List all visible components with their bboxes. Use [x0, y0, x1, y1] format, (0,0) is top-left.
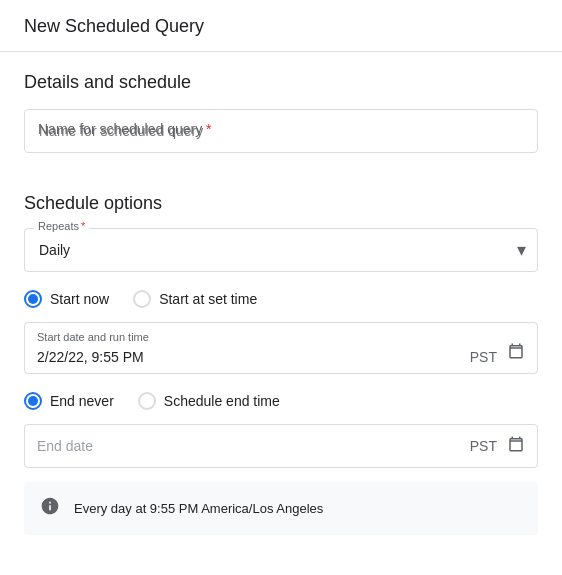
end-date-placeholder: End date: [37, 438, 470, 454]
repeats-required-star: *: [81, 220, 85, 232]
schedule-end-time-option[interactable]: Schedule end time: [138, 392, 280, 410]
page-title: New Scheduled Query: [24, 16, 538, 37]
repeats-select[interactable]: Daily Hourly Weekly Monthly Custom: [24, 228, 538, 272]
schedule-options-title: Schedule options: [24, 193, 538, 214]
details-section-title: Details and schedule: [24, 72, 538, 93]
details-section: Details and schedule Name for scheduled …: [0, 52, 562, 153]
end-never-label: End never: [50, 393, 114, 409]
end-date-timezone: PST: [470, 438, 497, 454]
start-at-set-time-option[interactable]: Start at set time: [133, 290, 257, 308]
page-container: New Scheduled Query Details and schedule…: [0, 0, 562, 535]
repeats-label: Repeats *: [34, 220, 89, 232]
start-at-time-radio[interactable]: [133, 290, 151, 308]
start-now-option[interactable]: Start now: [24, 290, 109, 308]
end-date-field[interactable]: End date PST: [24, 424, 538, 468]
start-now-radio[interactable]: [24, 290, 42, 308]
end-never-radio[interactable]: [24, 392, 42, 410]
schedule-end-time-radio[interactable]: [138, 392, 156, 410]
info-message: Every day at 9:55 PM America/Los Angeles: [74, 501, 323, 516]
start-at-time-label: Start at set time: [159, 291, 257, 307]
name-field-wrapper: Name for scheduled query *: [24, 109, 538, 153]
start-datetime-timezone: PST: [470, 349, 497, 365]
schedule-options-section: Schedule options Repeats * Daily Hourly …: [0, 173, 562, 468]
end-never-option[interactable]: End never: [24, 392, 114, 410]
name-input[interactable]: [24, 109, 538, 153]
end-calendar-icon[interactable]: [507, 435, 525, 458]
start-calendar-icon[interactable]: [507, 342, 525, 365]
start-now-label: Start now: [50, 291, 109, 307]
info-icon: [40, 496, 60, 521]
start-datetime-field[interactable]: Start date and run time 2/22/22, 9:55 PM…: [24, 322, 538, 374]
schedule-end-time-label: Schedule end time: [164, 393, 280, 409]
start-datetime-label: Start date and run time: [37, 331, 149, 343]
info-box: Every day at 9:55 PM America/Los Angeles: [24, 482, 538, 535]
start-radio-group: Start now Start at set time: [24, 290, 538, 308]
start-datetime-value: 2/22/22, 9:55 PM: [37, 349, 470, 365]
repeats-wrapper: Repeats * Daily Hourly Weekly Monthly Cu…: [24, 228, 538, 272]
page-header: New Scheduled Query: [0, 0, 562, 52]
end-radio-group: End never Schedule end time: [24, 392, 538, 410]
